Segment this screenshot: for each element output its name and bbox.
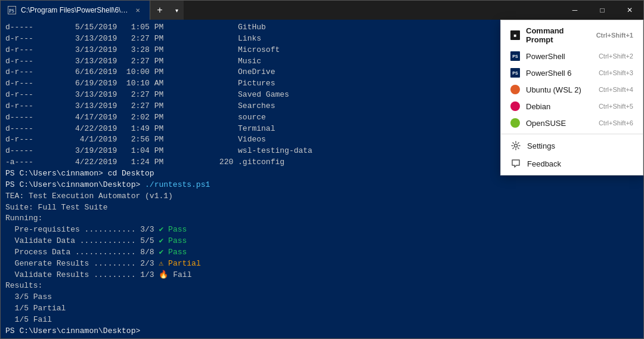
terminal-line: TEA: Test Execution Automator (v1.1) [5, 191, 639, 202]
terminal-line: 1/5 Fail [5, 315, 639, 326]
feedback-menu-item[interactable]: Feedback [501, 155, 643, 172]
tab-area: PS C:\Program Files\PowerShell\6\pwsh.ex… [1, 1, 184, 20]
terminal-line: 3/5 Pass [5, 292, 639, 303]
ps-icon: PS [510, 51, 520, 61]
settings-menu-item[interactable]: Settings [501, 137, 643, 155]
terminal-line: Validate Data ............ 5/5 ✔ Pass [5, 236, 639, 247]
ps6-icon: PS [510, 68, 520, 78]
active-tab[interactable]: PS C:\Program Files\PowerShell\6\pwsh.ex… [1, 1, 150, 20]
menu-item-debian[interactable]: DebianCtrl+Shift+5 [501, 98, 643, 115]
ubuntu-icon [510, 85, 520, 94]
terminal-line: PS C:\Users\cinnamon\Desktop> ./runtests… [5, 180, 639, 191]
maximize-button[interactable]: □ [589, 1, 616, 20]
terminal-line: Pre-requisites ........... 3/3 ✔ Pass [5, 224, 639, 236]
menu-divider [501, 134, 643, 134]
dropdown-button[interactable]: ▾ [169, 1, 184, 20]
ps6-shortcut: Ctrl+Shift+3 [599, 69, 633, 76]
title-bar: PS C:\Program Files\PowerShell\6\pwsh.ex… [1, 1, 643, 20]
tab-title: C:\Program Files\PowerShell\6\pwsh.exe [21, 6, 128, 14]
debian-shortcut: Ctrl+Shift+5 [599, 103, 633, 110]
cmd-label: Command Prompt [526, 26, 590, 44]
terminal-line: Validate Results ......... 1/3 🔥 Fail [5, 270, 639, 281]
opensuse-icon [510, 118, 520, 128]
menu-item-opensuse[interactable]: OpenSUSECtrl+Shift+6 [501, 115, 643, 131]
svg-text:PS: PS [9, 8, 14, 14]
menu-item-ps6[interactable]: PSPowerShell 6Ctrl+Shift+3 [501, 64, 643, 81]
debian-label: Debian [526, 102, 593, 111]
cmd-shortcut: Ctrl+Shift+1 [596, 32, 633, 39]
terminal-line: Suite: Full Test Suite [5, 202, 639, 214]
ps6-label: PowerShell 6 [526, 69, 593, 78]
window-close-button[interactable]: ✕ [616, 1, 643, 20]
new-tab-button[interactable]: + [150, 1, 169, 20]
settings-icon [510, 140, 521, 151]
minimize-button[interactable]: ─ [561, 1, 589, 20]
terminal-line: PS C:\Users\cinnamon\Desktop> [5, 326, 639, 337]
svg-point-2 [515, 144, 518, 147]
dropdown-menu: ■Command PromptCtrl+Shift+1PSPowerShellC… [500, 20, 643, 175]
terminal-line: Results: [5, 281, 639, 292]
ubuntu-label: Ubuntu (WSL 2) [526, 85, 593, 94]
feedback-icon [510, 158, 521, 169]
terminal-line: 1/5 Partial [5, 303, 639, 315]
menu-item-ps[interactable]: PSPowerShellCtrl+Shift+2 [501, 48, 643, 64]
ps-label: PowerShell [526, 52, 593, 61]
debian-icon [510, 101, 520, 111]
terminal-line: Process Data ............. 8/8 ✔ Pass [5, 247, 639, 258]
terminal-window: PS C:\Program Files\PowerShell\6\pwsh.ex… [0, 0, 644, 339]
ps-shortcut: Ctrl+Shift+2 [599, 53, 633, 60]
menu-item-ubuntu[interactable]: Ubuntu (WSL 2)Ctrl+Shift+4 [501, 81, 643, 98]
settings-label: Settings [527, 141, 633, 150]
menu-item-cmd[interactable]: ■Command PromptCtrl+Shift+1 [501, 23, 643, 48]
opensuse-label: OpenSUSE [526, 119, 593, 128]
cmd-icon: ■ [510, 30, 520, 40]
window-controls: ─ □ ✕ [561, 1, 643, 20]
terminal-line: Generate Results ......... 2/3 ⚠ Partial [5, 258, 639, 270]
tab-icon: PS [8, 6, 16, 14]
ubuntu-shortcut: Ctrl+Shift+4 [599, 86, 633, 93]
feedback-label: Feedback [527, 159, 633, 168]
terminal-line: Running: [5, 213, 639, 224]
opensuse-shortcut: Ctrl+Shift+6 [599, 119, 633, 127]
tab-close-button[interactable]: ✕ [133, 6, 143, 15]
